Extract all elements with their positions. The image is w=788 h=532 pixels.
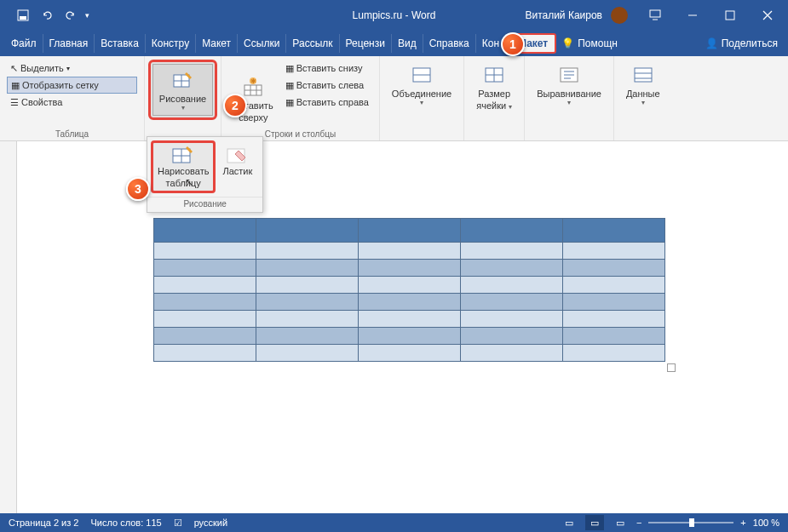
ribbon-group-table: ↖Выделить▾ ▦Отобразить сетку ☰Свойства Т… (0, 56, 145, 140)
table-row (154, 294, 665, 311)
ribbon-group-rowscols: ✱ Вставить сверху ▦Вставить снизу ▦Встав… (221, 56, 380, 140)
draw-table-icon (171, 68, 195, 92)
status-bar: Страница 2 из 2 Число слов: 115 ☑ русски… (0, 513, 788, 532)
properties-button[interactable]: ☰Свойства (7, 94, 137, 111)
select-button[interactable]: ↖Выделить▾ (7, 60, 137, 77)
zoom-out-button[interactable]: − (636, 518, 641, 528)
draw-button[interactable]: Рисование ▾ (152, 64, 213, 116)
zoom-level[interactable]: 100 % (753, 518, 779, 528)
cursor-icon: ↖ (10, 63, 18, 74)
table-row (154, 260, 665, 277)
draw-button-highlight: Рисование ▾ (148, 60, 217, 120)
draw-table-button[interactable]: Нарисовать таблицу↖ (151, 140, 216, 193)
align-icon (557, 63, 581, 87)
merge-button[interactable]: Объединение ▾ (387, 60, 457, 110)
menu-view[interactable]: Вид (392, 34, 423, 53)
tell-me-icon: 💡 (561, 37, 574, 49)
insert-above-icon: ✱ (241, 75, 265, 99)
print-layout-icon[interactable]: ▭ (585, 515, 604, 530)
read-mode-icon[interactable]: ▭ (560, 515, 578, 530)
group-label-table: Таблица (0, 129, 144, 139)
data-button[interactable]: Данные ▾ (621, 60, 665, 110)
show-grid-button[interactable]: ▦Отобразить сетку (7, 77, 137, 94)
language-status[interactable]: русский (194, 518, 227, 528)
close-icon[interactable] (751, 0, 785, 31)
table-resize-handle[interactable] (667, 363, 676, 372)
insert-right-button[interactable]: ▦Вставить справа (282, 94, 372, 111)
svg-rect-4 (726, 11, 734, 20)
share-button[interactable]: 👤 Поделиться (695, 34, 788, 53)
draw-dropdown: Нарисовать таблицу↖ Ластик Рисование (147, 136, 263, 213)
cellsize-button[interactable]: Размер ячейки ▾ (471, 60, 517, 114)
spellcheck-icon[interactable]: ☑ (174, 518, 182, 529)
share-icon: 👤 (705, 37, 718, 49)
zoom-in-button[interactable]: + (740, 518, 745, 528)
marker-2: 2 (223, 94, 247, 117)
insert-left-button[interactable]: ▦Вставить слева (282, 77, 372, 94)
menu-insert[interactable]: Вставка (95, 34, 146, 53)
menu-mailings[interactable]: Рассылк (286, 34, 339, 53)
table-row (154, 243, 665, 260)
user-name: Виталий Каиров (525, 9, 602, 21)
align-button[interactable]: Выравнивание ▾ (532, 60, 607, 110)
dropdown-group-label: Рисование (147, 197, 262, 212)
merge-icon (410, 63, 434, 87)
save-icon[interactable] (14, 6, 32, 25)
marker-3: 3 (126, 177, 150, 201)
qat-more-icon[interactable]: ▾ (85, 11, 89, 20)
window-title: Lumpics.ru - Word (353, 9, 436, 21)
ribbon-group-data: Данные ▾ (614, 56, 672, 140)
page-status[interactable]: Страница 2 из 2 (9, 518, 78, 528)
table-row (154, 219, 665, 243)
svg-rect-25 (635, 68, 652, 82)
eraser-icon (227, 146, 249, 164)
ribbon-group-cellsize: Размер ячейки ▾ (464, 56, 525, 140)
grid-icon: ▦ (11, 80, 20, 91)
ribbon-options-icon[interactable] (638, 0, 672, 31)
menu-review[interactable]: Рецензи (340, 34, 392, 53)
props-icon: ☰ (10, 97, 19, 108)
table-row (154, 311, 665, 328)
insert-below-button[interactable]: ▦Вставить снизу (282, 60, 372, 77)
ribbon-group-draw: Рисование ▾ (145, 56, 221, 140)
table-row (154, 345, 665, 362)
menu-file[interactable]: Файл (5, 34, 43, 53)
ribbon-group-merge: Объединение ▾ (380, 56, 464, 140)
ruler-vertical (0, 141, 17, 514)
data-icon (631, 63, 655, 87)
ribbon: ↖Выделить▾ ▦Отобразить сетку ☰Свойства Т… (0, 56, 788, 141)
svg-text:✱: ✱ (250, 77, 256, 85)
cellsize-icon (482, 63, 506, 87)
minimize-icon[interactable] (676, 0, 710, 31)
ribbon-group-align: Выравнивание ▾ (525, 56, 614, 140)
svg-rect-1 (20, 16, 26, 20)
insert-right-icon: ▦ (285, 97, 294, 108)
tell-me-label[interactable]: Помощн (578, 37, 618, 49)
document-content (153, 218, 665, 362)
web-layout-icon[interactable]: ▭ (611, 515, 630, 530)
word-count[interactable]: Число слов: 115 (90, 518, 161, 528)
menu-references[interactable]: Ссылки (238, 34, 286, 53)
menu-design[interactable]: Констру (146, 34, 196, 53)
undo-icon[interactable] (37, 6, 56, 25)
redo-icon[interactable] (61, 6, 80, 25)
menu-help[interactable]: Справка (423, 34, 476, 53)
eraser-button[interactable]: Ластик (216, 140, 259, 193)
svg-rect-2 (650, 10, 660, 17)
word-table[interactable] (153, 218, 665, 362)
insert-left-icon: ▦ (285, 80, 294, 91)
marker-1: 1 (501, 32, 525, 56)
avatar[interactable] (611, 7, 628, 24)
menu-bar: Файл Главная Вставка Констру Макет Ссылк… (0, 31, 788, 56)
document-area[interactable] (0, 141, 788, 514)
table-row (154, 277, 665, 294)
insert-below-icon: ▦ (285, 63, 294, 74)
maximize-icon[interactable] (713, 0, 747, 31)
menu-home[interactable]: Главная (43, 34, 95, 53)
zoom-slider[interactable] (648, 522, 733, 523)
cursor-icon: ↖ (185, 176, 193, 188)
table-row (154, 328, 665, 345)
draw-table-icon (172, 146, 194, 164)
menu-layout[interactable]: Макет (196, 34, 238, 53)
chevron-down-icon: ▾ (181, 104, 185, 112)
